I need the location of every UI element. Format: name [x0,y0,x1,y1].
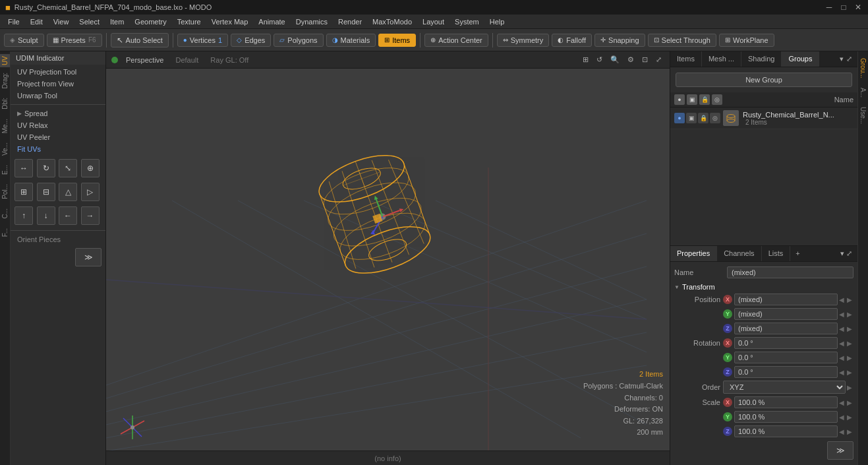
new-group-button[interactable]: New Group [676,73,852,87]
uv-relax-item[interactable]: UV Relax [11,119,105,131]
snapping-button[interactable]: ✛ Snapping [594,34,645,47]
menu-maxtomodo[interactable]: MaxToModo [367,16,417,27]
viewport[interactable]: Perspective Default Ray GL: Off ⊞ ↺ 🔍 ⚙ … [106,51,670,465]
pos-y-right-arrow[interactable]: ▶ [846,311,854,318]
props-tab-properties[interactable]: Properties [670,246,717,261]
right-side-tab-a[interactable]: A... [858,84,868,102]
edges-button[interactable]: ◇ Edges [231,34,271,47]
menu-dynamics[interactable]: Dynamics [291,16,333,27]
workplane-button[interactable]: ⊞ WorkPlane [719,34,774,47]
scale-z-left-arrow[interactable]: ◀ [838,428,846,435]
scale-x-right-arrow[interactable]: ▶ [846,399,854,406]
pos-x-left-arrow[interactable]: ◀ [838,296,846,303]
uv-projection-tool[interactable]: UV Projection Tool [11,66,105,78]
scale-x-left-arrow[interactable]: ◀ [838,399,846,406]
materials-button[interactable]: ◑ Materials [326,34,376,47]
action-center-button[interactable]: ⊕ Action Center [424,34,488,47]
right-side-tab-use[interactable]: Use... [858,103,868,128]
rot-y-field[interactable] [734,352,838,363]
menu-layout[interactable]: Layout [417,16,449,27]
menu-vertex map[interactable]: Vertex Map [206,16,254,27]
tab-items[interactable]: Items [670,51,702,67]
vertices-button[interactable]: ● Vertices 1 [177,34,228,47]
side-tab-dbl[interactable]: Dbl: [0,94,10,113]
viewport-canvas[interactable]: 2 Items Polygons : Catmull-Clark Channel… [106,69,670,465]
group-vis-btn[interactable]: ● [674,113,685,123]
rpanel-expand-btn[interactable]: ⤢ [846,55,852,63]
polygons-button[interactable]: ▱ Polygons [274,34,323,47]
tool-right[interactable]: → [81,206,100,225]
tool-left[interactable]: ← [59,206,77,225]
tool-move[interactable]: ↔ [14,159,33,177]
pos-z-right-arrow[interactable]: ▶ [846,325,854,332]
viewport-settings[interactable]: ⚙ [625,54,637,65]
tool-grid-d[interactable]: ▷ [81,183,100,201]
tab-groups[interactable]: Groups [782,51,819,67]
pos-y-left-arrow[interactable]: ◀ [838,311,846,318]
menu-render[interactable]: Render [333,16,367,27]
uv-peeler-item[interactable]: UV Peeler [11,131,105,143]
viewport-btn-2[interactable]: ↺ [594,54,605,65]
rot-x-left-arrow[interactable]: ◀ [838,340,846,347]
tab-mesh[interactable]: Mesh ... [702,51,741,67]
tool-scale[interactable]: ⤡ [59,159,77,177]
orient-pieces-item[interactable]: Orient Pieces [11,233,105,245]
order-select[interactable]: XYZ [723,381,846,394]
rot-z-field[interactable] [734,366,838,378]
side-tab-uv[interactable]: UV [0,54,10,67]
scale-z-right-arrow[interactable]: ▶ [846,428,854,435]
side-tab-ve[interactable]: Ve... [0,139,10,160]
rpanel-chevron-down[interactable]: ▾ [840,55,844,63]
fit-uvs-item[interactable]: Fit UVs [11,143,105,155]
right-side-tab-groups[interactable]: Grou... [858,54,868,82]
side-tab-drag[interactable]: Drag: [0,69,10,92]
menu-system[interactable]: System [449,16,484,27]
pos-y-field[interactable] [734,308,838,320]
symmetry-button[interactable]: ⇔ Symmetry [497,34,550,47]
props-tab-lists[interactable]: Lists [762,246,791,261]
viewport-btn-5[interactable]: ⊡ [639,54,651,65]
menu-file[interactable]: File [3,16,25,27]
tool-up[interactable]: ↑ [14,206,33,225]
rot-z-left-arrow[interactable]: ◀ [838,369,846,376]
order-arrow[interactable]: ▶ [846,384,854,391]
group-ghost-btn[interactable]: ◎ [710,113,720,123]
rot-y-left-arrow[interactable]: ◀ [838,354,846,361]
menu-texture[interactable]: Texture [172,16,206,27]
pos-x-field[interactable] [734,294,838,305]
pos-x-right-arrow[interactable]: ▶ [846,296,854,303]
minimize-button[interactable]: ─ [825,3,834,12]
scale-z-field[interactable] [734,425,838,437]
rot-x-right-arrow[interactable]: ▶ [846,340,854,347]
viewport-search[interactable]: 🔍 [608,54,622,65]
spread-item[interactable]: ▶ Spread [11,108,105,119]
menu-item[interactable]: Item [105,16,129,27]
tool-grid-b[interactable]: ⊟ [37,183,55,201]
menu-view[interactable]: View [48,16,74,27]
side-tab-pol[interactable]: Pol... [0,180,10,203]
props-tab-channels[interactable]: Channels [717,246,761,261]
close-button[interactable]: ✕ [854,3,863,12]
props-expand[interactable]: ▾ ⤢ [835,246,857,261]
menu-geometry[interactable]: Geometry [129,16,171,27]
scale-y-field[interactable] [734,411,838,423]
tool-grid-a[interactable]: ⊞ [14,183,33,201]
group-lock-btn[interactable]: 🔒 [698,113,709,123]
rpanel-expand[interactable]: ▾ ⤢ [834,51,857,67]
rot-x-field[interactable] [734,337,838,349]
presets-button[interactable]: ▦ Presets F6 [47,34,102,47]
rot-z-right-arrow[interactable]: ▶ [846,369,854,376]
tab-shading[interactable]: Shading [741,51,782,67]
items-button[interactable]: ⊞ Items [378,34,416,47]
auto-select-button[interactable]: ↖ Auto Select [111,33,169,47]
viewport-expand[interactable]: ⤢ [653,54,664,65]
menu-help[interactable]: Help [484,16,510,27]
scale-x-field[interactable] [734,396,838,408]
titlebar-controls[interactable]: ─ □ ✕ [825,3,863,12]
side-tab-e[interactable]: E... [0,161,10,179]
maximize-button[interactable]: □ [839,3,848,12]
props-more-btn[interactable]: ≫ [827,441,854,460]
tool-down[interactable]: ↓ [37,206,55,225]
group-render-btn[interactable]: ▣ [686,113,697,123]
props-add-btn[interactable]: + [790,246,805,261]
